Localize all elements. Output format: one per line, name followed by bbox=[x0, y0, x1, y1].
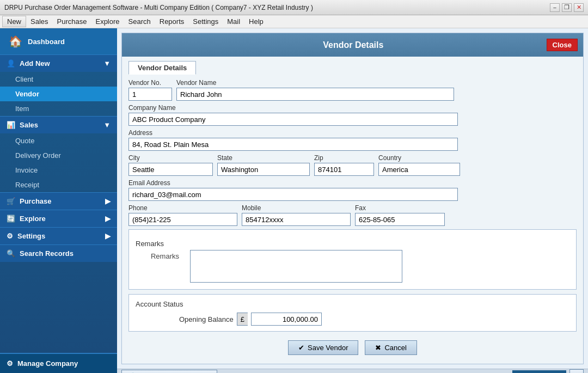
purchase-label: Purchase bbox=[20, 197, 52, 205]
menu-item-settings[interactable]: Settings bbox=[188, 16, 223, 27]
content-area: Vendor Details Close Vendor Details Vend… bbox=[117, 28, 588, 373]
menu-item-search[interactable]: Search bbox=[124, 16, 155, 27]
opening-balance-label: Opening Balance bbox=[179, 315, 234, 323]
view-existing-vendors-button[interactable]: 📋 View Existing Vendors bbox=[121, 370, 217, 374]
form-group-address: Address bbox=[128, 129, 458, 151]
city-input[interactable] bbox=[128, 163, 213, 176]
search-records-icon: 🔍 bbox=[7, 249, 15, 258]
techddi-badge: Techddi.com bbox=[512, 370, 566, 373]
cancel-button[interactable]: ✖ Cancel bbox=[365, 340, 416, 355]
title-bar: DRPU Purchase Order Management Software … bbox=[0, 0, 588, 15]
account-status-title: Account Status bbox=[136, 300, 569, 308]
vendor-name-label: Vendor Name bbox=[176, 79, 454, 87]
bottom-bar: 📋 View Existing Vendors Techddi.com ? bbox=[117, 369, 588, 373]
settings-chevron-icon: ▶ bbox=[105, 232, 111, 240]
email-input[interactable] bbox=[128, 188, 458, 201]
dialog-header: Vendor Details Close bbox=[122, 33, 583, 57]
close-window-button[interactable]: ✕ bbox=[574, 3, 584, 12]
explore-icon: 🔄 bbox=[7, 215, 15, 223]
save-label: Save Vendor bbox=[308, 344, 348, 352]
form-group-mobile: Mobile bbox=[242, 204, 351, 226]
sidebar-item-vendor[interactable]: Vendor bbox=[0, 87, 117, 101]
menu-item-reports[interactable]: Reports bbox=[155, 16, 189, 27]
save-icon: ✔ bbox=[298, 344, 304, 352]
sidebar-item-delivery-order[interactable]: Delivery Order bbox=[0, 148, 117, 163]
search-records-label: Search Records bbox=[20, 249, 74, 258]
add-new-label: Add New bbox=[20, 59, 50, 68]
help-button[interactable]: ? bbox=[569, 369, 584, 373]
email-label: Email Address bbox=[128, 179, 458, 187]
dashboard-icon: 🏠 bbox=[9, 35, 22, 48]
account-status-section: Account Status Opening Balance £ bbox=[128, 294, 577, 332]
amount-input[interactable] bbox=[251, 313, 322, 326]
country-input[interactable] bbox=[378, 163, 460, 176]
form-group-zip: Zip bbox=[314, 154, 374, 176]
sidebar-dashboard[interactable]: 🏠 Dashboard bbox=[0, 28, 117, 54]
title-bar-controls: − ❐ ✕ bbox=[550, 3, 584, 12]
minimize-button[interactable]: − bbox=[550, 3, 560, 12]
sales-icon: 📊 bbox=[7, 121, 15, 129]
company-name-input[interactable] bbox=[128, 113, 458, 126]
vendor-no-input[interactable] bbox=[128, 88, 172, 101]
menu-item-help[interactable]: Help bbox=[244, 16, 268, 27]
purchase-icon: 🛒 bbox=[7, 197, 15, 205]
state-label: State bbox=[217, 154, 310, 162]
menu-item-explore[interactable]: Explore bbox=[91, 16, 124, 27]
fax-label: Fax bbox=[355, 204, 445, 212]
country-label: Country bbox=[378, 154, 460, 162]
title-bar-text: DRPU Purchase Order Management Software … bbox=[4, 4, 313, 11]
sidebar-manage-company[interactable]: ⚙ Manage Company bbox=[0, 353, 117, 373]
menu-item-sales[interactable]: Sales bbox=[26, 16, 53, 27]
sales-label: Sales bbox=[20, 121, 38, 129]
address-label: Address bbox=[128, 129, 458, 137]
sidebar-item-quote[interactable]: Quote bbox=[0, 133, 117, 148]
dialog-title: Vendor Details bbox=[160, 40, 547, 50]
vendor-name-input[interactable] bbox=[176, 88, 454, 101]
form-group-phone: Phone bbox=[128, 204, 237, 226]
sidebar: 🏠 Dashboard 👤 Add New ▼ Client Vendor It… bbox=[0, 28, 117, 373]
manage-company-label: Manage Company bbox=[17, 359, 78, 368]
sidebar-item-client[interactable]: Client bbox=[0, 72, 117, 87]
save-vendor-button[interactable]: ✔ Save Vendor bbox=[288, 340, 358, 355]
settings-label: Settings bbox=[17, 232, 45, 240]
maximize-button[interactable]: ❐ bbox=[562, 3, 572, 12]
remarks-label: Remarks bbox=[136, 250, 179, 260]
zip-input[interactable] bbox=[314, 163, 374, 176]
close-dialog-button[interactable]: Close bbox=[547, 39, 578, 51]
vendor-dialog: Vendor Details Close Vendor Details Vend… bbox=[121, 33, 584, 364]
form-row-vendor-id: Vendor No. Vendor Name bbox=[128, 79, 577, 101]
sidebar-section-purchase[interactable]: 🛒 Purchase ▶ bbox=[0, 192, 117, 210]
sidebar-item-invoice[interactable]: Invoice bbox=[0, 163, 117, 178]
sidebar-item-item[interactable]: Item bbox=[0, 101, 117, 116]
menu-item-mail[interactable]: Mail bbox=[223, 16, 244, 27]
sidebar-section-settings[interactable]: ⚙ Settings ▶ bbox=[0, 227, 117, 244]
tab-bar: Vendor Details bbox=[128, 61, 577, 75]
sidebar-section-search-records[interactable]: 🔍 Search Records bbox=[0, 244, 117, 262]
company-name-label: Company Name bbox=[128, 104, 458, 112]
settings-icon: ⚙ bbox=[7, 232, 13, 240]
form-group-state: State bbox=[217, 154, 310, 176]
menu-item-new[interactable]: New bbox=[2, 16, 26, 27]
manage-company-icon: ⚙ bbox=[7, 359, 13, 368]
form-row-address: Address bbox=[128, 129, 577, 151]
menu-item-purchase[interactable]: Purchase bbox=[53, 16, 91, 27]
sidebar-section-explore[interactable]: 🔄 Explore ▶ bbox=[0, 210, 117, 227]
state-input[interactable] bbox=[217, 163, 310, 176]
form-group-vendor-name: Vendor Name bbox=[176, 79, 454, 101]
sidebar-section-sales[interactable]: 📊 Sales ▼ bbox=[0, 116, 117, 133]
explore-chevron-icon: ▶ bbox=[105, 215, 111, 223]
address-input[interactable] bbox=[128, 138, 458, 151]
sidebar-item-receipt[interactable]: Receipt bbox=[0, 178, 117, 192]
menu-bar: New Sales Purchase Explore Search Report… bbox=[0, 15, 588, 28]
tab-vendor-details[interactable]: Vendor Details bbox=[128, 61, 196, 75]
zip-label: Zip bbox=[314, 154, 374, 162]
vendor-no-label: Vendor No. bbox=[128, 79, 172, 87]
phone-input[interactable] bbox=[128, 213, 237, 226]
mobile-input[interactable] bbox=[242, 213, 351, 226]
remarks-textarea[interactable] bbox=[190, 250, 402, 283]
fax-input[interactable] bbox=[355, 213, 445, 226]
remarks-section: Remarks Remarks bbox=[128, 229, 577, 290]
sidebar-section-add-new[interactable]: 👤 Add New ▼ bbox=[0, 54, 117, 72]
dashboard-label: Dashboard bbox=[28, 38, 65, 46]
explore-label: Explore bbox=[20, 215, 46, 223]
